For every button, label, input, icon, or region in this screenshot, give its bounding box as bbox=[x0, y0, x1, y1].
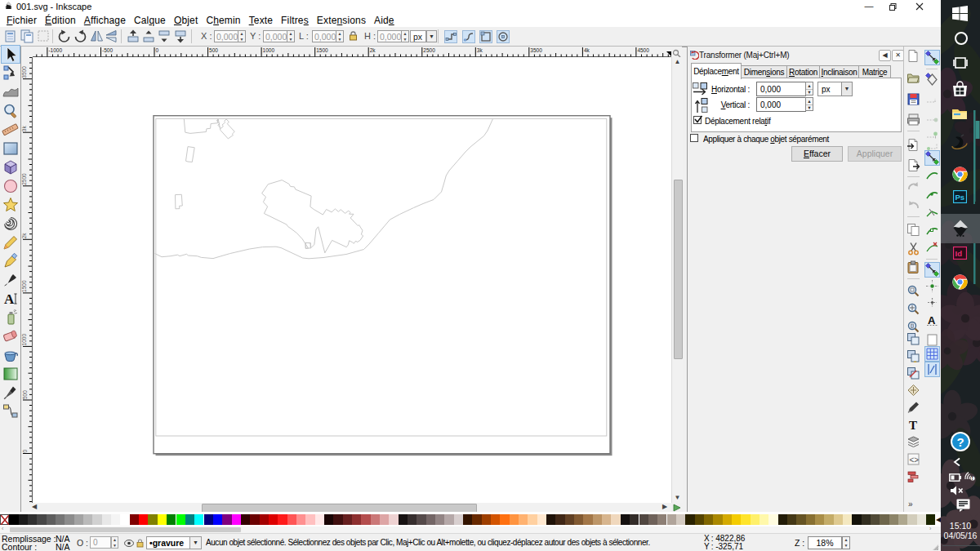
svg-text:0: 0 bbox=[22, 450, 28, 453]
svg-text:1500: 1500 bbox=[22, 280, 28, 292]
svg-text:A: A bbox=[4, 291, 15, 307]
svg-text:500: 500 bbox=[22, 390, 28, 399]
svg-text:1000: 1000 bbox=[22, 334, 28, 346]
svg-text:3500: 3500 bbox=[22, 66, 28, 78]
svg-text:Id: Id bbox=[956, 249, 963, 258]
svg-text:-1000: -1000 bbox=[48, 47, 62, 53]
svg-text:2k: 2k bbox=[22, 233, 28, 239]
svg-text:Ps: Ps bbox=[956, 193, 965, 202]
svg-text:!: ! bbox=[972, 475, 973, 481]
svg-text:?: ? bbox=[957, 435, 964, 449]
svg-text:3k: 3k bbox=[22, 126, 28, 132]
svg-text:2500: 2500 bbox=[423, 47, 435, 53]
svg-text:1500: 1500 bbox=[316, 47, 328, 53]
svg-text:<>: <> bbox=[910, 455, 920, 464]
svg-text:500: 500 bbox=[209, 47, 218, 53]
svg-text:2k: 2k bbox=[370, 47, 376, 53]
svg-text:3500: 3500 bbox=[530, 47, 542, 53]
svg-text:2500: 2500 bbox=[22, 173, 28, 185]
svg-text:A: A bbox=[928, 314, 936, 327]
svg-text:-500: -500 bbox=[102, 47, 113, 53]
svg-text:0: 0 bbox=[156, 47, 159, 53]
svg-text:3k: 3k bbox=[477, 47, 483, 53]
svg-text:4k: 4k bbox=[584, 47, 590, 53]
svg-text:T: T bbox=[909, 419, 917, 432]
svg-text:4500: 4500 bbox=[637, 47, 649, 53]
svg-text:1000: 1000 bbox=[263, 47, 275, 53]
